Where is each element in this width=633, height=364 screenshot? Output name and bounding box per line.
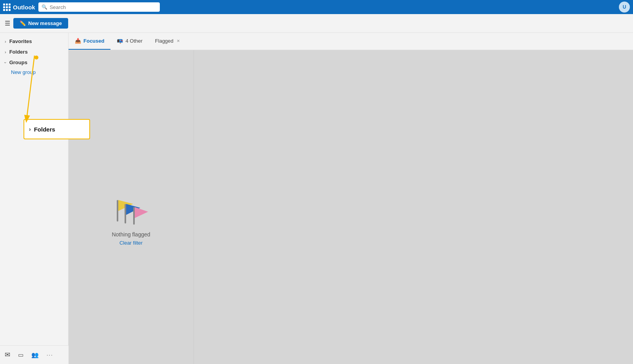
sidebar-item-folders[interactable]: › Folders	[0, 47, 68, 57]
hamburger-button[interactable]: ☰	[5, 20, 10, 27]
flags-illustration	[110, 192, 153, 231]
chevron-down-icon-groups: ›	[3, 62, 8, 63]
tabs-bar: 📥 Focused 📭 4 Other Flagged ✕	[69, 33, 633, 50]
clear-filter-link[interactable]: Clear filter	[119, 240, 143, 246]
svg-rect-2	[117, 200, 118, 222]
svg-rect-6	[133, 207, 135, 225]
app-name: Outlook	[13, 4, 35, 11]
bottom-nav: ✉ ▭ 👥 ···	[0, 345, 69, 364]
sidebar-item-favorites[interactable]: › Favorites	[0, 36, 68, 47]
empty-state: Nothing flagged Clear filter	[69, 50, 194, 364]
topbar: Outlook 🔍 U	[0, 0, 633, 14]
calendar-nav-icon[interactable]: ▭	[18, 351, 24, 359]
tab-flagged-close-icon[interactable]: ✕	[177, 39, 180, 43]
chevron-right-icon: ›	[5, 39, 6, 44]
tab-flagged[interactable]: Flagged ✕	[149, 33, 186, 50]
more-nav-icon[interactable]: ···	[47, 352, 53, 358]
search-input[interactable]	[50, 4, 157, 10]
folders-notification-dot	[34, 56, 38, 59]
folders-annotation-box: › Folders	[24, 119, 90, 139]
tab-focused[interactable]: 📥 Focused	[69, 33, 110, 50]
mail-nav-icon[interactable]: ✉	[5, 351, 10, 359]
waffle-icon	[3, 4, 11, 11]
app-logo[interactable]: Outlook	[3, 4, 35, 11]
annotation-folders-label: Folders	[34, 126, 55, 133]
inbox-icon: 📥	[75, 38, 81, 44]
content-area: 📥 Focused 📭 4 Other Flagged ✕	[69, 33, 633, 364]
svg-marker-7	[135, 207, 148, 218]
groups-label: Groups	[9, 59, 27, 65]
annotation-chevron-icon: ›	[29, 126, 31, 132]
actionbar: ☰ ✏️ New message	[0, 14, 633, 33]
search-icon: 🔍	[42, 4, 47, 10]
search-bar[interactable]: 🔍	[38, 2, 160, 12]
tab-flagged-label: Flagged	[155, 38, 174, 44]
new-message-label: New message	[28, 20, 62, 26]
main-layout: › Favorites › Folders › Groups New group…	[0, 33, 633, 364]
message-list: Nothing flagged Clear filter	[69, 50, 194, 364]
tab-other-label: 4 Other	[125, 38, 142, 44]
compose-icon: ✏️	[20, 20, 26, 26]
chevron-right-icon-folders: ›	[5, 50, 6, 54]
people-nav-icon[interactable]: 👥	[31, 351, 39, 359]
detail-pane	[194, 50, 633, 364]
favorites-label: Favorites	[9, 38, 32, 44]
tab-other[interactable]: 📭 4 Other	[110, 33, 148, 50]
nothing-flagged-text: Nothing flagged	[112, 231, 150, 238]
other-inbox-icon: 📭	[117, 38, 123, 44]
sidebar: › Favorites › Folders › Groups New group…	[0, 33, 69, 364]
avatar[interactable]: U	[619, 2, 630, 13]
svg-rect-4	[125, 204, 126, 223]
sidebar-item-groups[interactable]: › Groups	[0, 57, 68, 68]
new-group-link[interactable]: New group	[0, 68, 68, 77]
tab-focused-label: Focused	[83, 38, 104, 44]
folders-label: Folders	[9, 49, 28, 55]
new-message-button[interactable]: ✏️ New message	[13, 18, 68, 29]
